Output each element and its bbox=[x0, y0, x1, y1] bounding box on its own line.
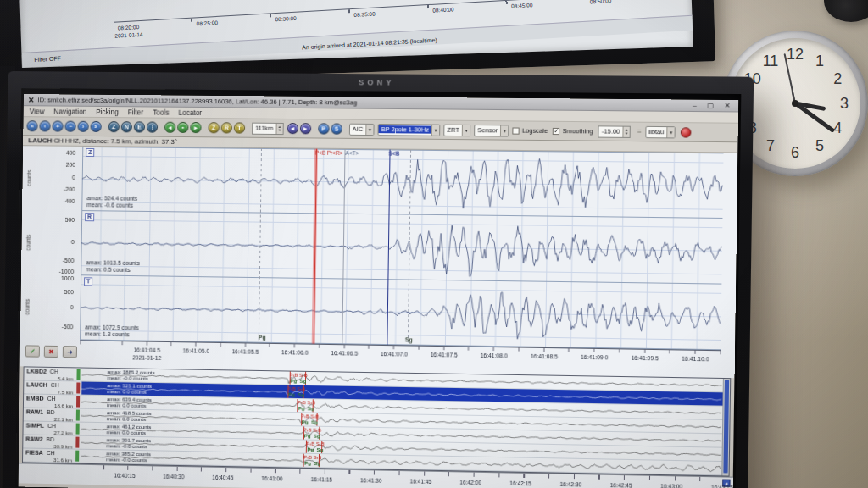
station-name-cell: SIMPLCH27.2 km bbox=[23, 421, 75, 435]
time-zoom-reset-icon[interactable]: ▪ bbox=[177, 122, 188, 133]
confirm-pick-button[interactable]: ✔ bbox=[25, 345, 40, 357]
chevron-down-icon: ▼ bbox=[666, 127, 675, 137]
align-r-icon[interactable]: R bbox=[221, 122, 232, 133]
network-code: CH bbox=[51, 382, 59, 388]
station-code: LKBD2 bbox=[26, 368, 46, 374]
main-monitor-screen: ✕ ID: smi:ch.ethz.sed/sc3a/origin/NLL.20… bbox=[16, 88, 742, 488]
time-tick-label: 16:41:09.5 bbox=[632, 355, 659, 362]
top-axis-label: 08:25:00 bbox=[196, 19, 218, 26]
threshold-spinbox[interactable]: -15.00▲▼ bbox=[598, 125, 631, 138]
reject-pick-button[interactable]: ✖ bbox=[44, 346, 58, 358]
network-code: CH bbox=[47, 396, 56, 402]
station-name-cell: EMBDCH18.6 km bbox=[24, 394, 76, 408]
nav-prev-icon[interactable]: ‹ bbox=[39, 120, 50, 131]
component-n-icon[interactable]: N bbox=[121, 121, 132, 132]
y-tick-label: -400 bbox=[37, 197, 75, 205]
nav-last-icon[interactable]: » bbox=[91, 121, 102, 132]
status-bar bbox=[75, 437, 79, 448]
pick-flag-label: P<B Pr<R> bbox=[315, 150, 343, 156]
menu-filter[interactable]: Filter bbox=[128, 108, 143, 116]
auto-pick-labels: P‹B S‹B bbox=[298, 400, 315, 405]
phase-label-sg: Sg bbox=[405, 336, 413, 342]
time-zoom-in-icon[interactable]: ▸ bbox=[190, 122, 201, 133]
overview-tick-label: 16:42:00 bbox=[459, 480, 481, 486]
unit-combobox[interactable]: Sensor▼ bbox=[474, 125, 509, 137]
status-bar bbox=[75, 451, 79, 462]
scrollbar[interactable] bbox=[721, 379, 730, 476]
origin-arrival-message: An origin arrived at 2021-01-14 08:21:35… bbox=[302, 37, 437, 51]
align-t-icon[interactable]: T bbox=[234, 122, 245, 133]
station-amplitude-stats: amax: 418.5 countsmean: 0.0 counts bbox=[107, 410, 152, 423]
pick-p-icon[interactable]: P bbox=[318, 123, 329, 134]
waveform-view[interactable]: counts4002000-200-400Zamax: 524.4 counts… bbox=[20, 146, 737, 350]
scrollbar-thumb[interactable] bbox=[723, 380, 729, 473]
clock-number: 12 bbox=[787, 46, 804, 64]
locator-combobox[interactable]: libtau▼ bbox=[645, 125, 676, 138]
station-amplitude-stats: amax: 525.1 countsmean: 0.0 counts bbox=[107, 383, 152, 396]
time-tick-label: 16:41:05.5 bbox=[232, 348, 259, 355]
y-tick-label: 200 bbox=[38, 161, 75, 168]
y-tick-label: 0 bbox=[38, 174, 75, 180]
station-header-details: CH HHZ, distance: 7.5 km, azimuth: 37.3° bbox=[53, 137, 177, 146]
nav-first-icon[interactable]: « bbox=[26, 120, 37, 131]
smoothing-checkbox[interactable]: ✓Smoothing bbox=[553, 127, 593, 136]
clock-number: 4 bbox=[833, 119, 842, 137]
align-z-icon[interactable]: Z bbox=[208, 122, 219, 133]
station-code: LAUCH bbox=[26, 381, 47, 387]
top-axis-label: 08:35:00 bbox=[353, 11, 376, 18]
marker-next-icon[interactable]: ► bbox=[300, 123, 311, 134]
clock-number: 5 bbox=[815, 137, 824, 155]
phase-pick-labels: Pg Sg bbox=[302, 419, 318, 424]
time-tick-label: 16:41:06.5 bbox=[331, 350, 358, 357]
menu-locator[interactable]: Locator bbox=[178, 108, 202, 116]
dark-frame-corner bbox=[824, 0, 868, 22]
nav-next-icon[interactable]: › bbox=[78, 121, 89, 132]
chevron-down-icon: ▼ bbox=[462, 125, 470, 135]
zoom-in-icon[interactable]: + bbox=[52, 120, 63, 131]
menu-navigation[interactable]: Navigation bbox=[53, 108, 86, 115]
time-zoom-out-icon[interactable]: ◂ bbox=[164, 122, 175, 133]
network-code: CH bbox=[50, 369, 58, 374]
component-z-icon[interactable]: Z bbox=[108, 121, 120, 132]
station-code: RAW2 bbox=[25, 435, 42, 441]
clock-center-cap bbox=[792, 100, 798, 107]
picker-combobox[interactable]: AIC▼ bbox=[349, 123, 375, 135]
record-button[interactable] bbox=[681, 127, 692, 137]
phase-pick-labels: Pg Sg bbox=[304, 433, 320, 438]
y-tick-label: 0 bbox=[36, 304, 74, 312]
toolbar-handle-icon: ≡ bbox=[637, 128, 642, 136]
monitor-brand-logo: SONY bbox=[8, 75, 754, 90]
phase-label-pg: Pg bbox=[259, 335, 266, 341]
station-code: FIESA bbox=[25, 449, 43, 455]
y-tick-label: 500 bbox=[36, 289, 74, 297]
overview-tick-label: 16:41:00 bbox=[261, 475, 282, 482]
overview-tick-label: 16:43:15 bbox=[711, 484, 733, 488]
filter-combobox[interactable]: BP 2pole 1-30Hz▼ bbox=[378, 123, 441, 136]
pick-s-icon[interactable]: S bbox=[331, 123, 342, 134]
distance-spinbox[interactable]: 111km▲▼ bbox=[252, 122, 284, 134]
filter-status-label: Filter OFF bbox=[34, 55, 61, 63]
y-tick-label: -500 bbox=[36, 257, 74, 264]
maximize-button[interactable]: ▢ bbox=[707, 102, 714, 109]
zoom-out-icon[interactable]: − bbox=[64, 121, 75, 132]
overview-tick-label: 16:41:30 bbox=[360, 477, 381, 484]
component-all-icon[interactable]: ⁝ bbox=[147, 122, 158, 133]
forward-button[interactable]: ➜ bbox=[63, 346, 77, 358]
menu-view[interactable]: View bbox=[30, 108, 45, 115]
status-bar bbox=[76, 410, 80, 421]
clock-number: 11 bbox=[763, 52, 779, 69]
menu-picking[interactable]: Picking bbox=[96, 108, 119, 115]
clock-number: 6 bbox=[791, 144, 799, 162]
component-e-icon[interactable]: E bbox=[134, 121, 145, 132]
pick-flag-label: A<T> bbox=[345, 150, 359, 156]
rotation-combobox[interactable]: ZRT▼ bbox=[443, 124, 470, 136]
close-button[interactable]: ✕ bbox=[725, 102, 731, 109]
menu-tools[interactable]: Tools bbox=[153, 108, 169, 116]
station-name-cell: RAW1BD22.1 km bbox=[24, 408, 76, 421]
seismogram-trace-z bbox=[81, 154, 722, 211]
top-axis-label: 08:40:00 bbox=[432, 6, 454, 13]
clock-number: 3 bbox=[840, 95, 849, 113]
minimize-button[interactable]: – bbox=[693, 102, 697, 109]
logscale-checkbox[interactable]: Logscale bbox=[513, 126, 548, 135]
marker-prev-icon[interactable]: ◄ bbox=[287, 123, 298, 134]
